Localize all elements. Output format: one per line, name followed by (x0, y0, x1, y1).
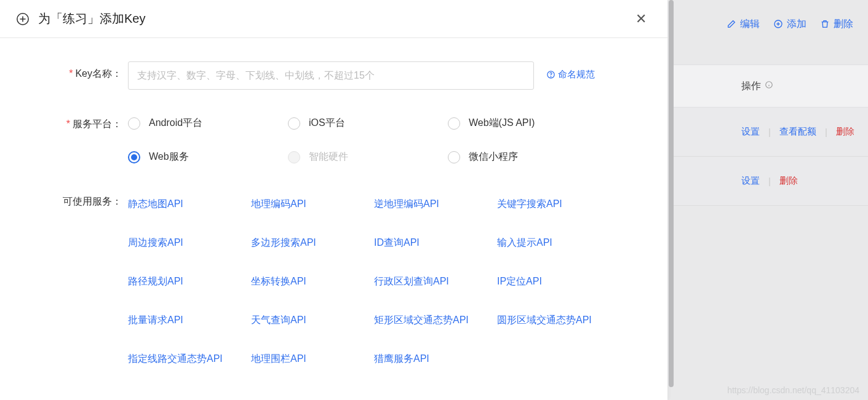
radio-label: iOS平台 (309, 117, 345, 130)
key-name-label: *Key名称： (23, 61, 128, 80)
service-link[interactable]: 周边搜索API (128, 237, 251, 249)
add-key-modal: 为「练习」添加Key ✕ *Key名称： 命名规范 *服务平台： Android… (0, 0, 667, 400)
service-link[interactable]: 矩形区域交通态势API (374, 314, 497, 327)
modal-title: 为「练习」添加Key (38, 10, 145, 27)
row-link-delete[interactable]: 删除 (836, 126, 854, 138)
radio-label: Android平台 (149, 117, 202, 130)
radio-icon (288, 151, 300, 163)
service-link[interactable]: 关键字搜索API (497, 198, 620, 211)
bg-add-button[interactable]: 添加 (773, 18, 806, 31)
service-link[interactable]: 圆形区域交通态势API (497, 314, 620, 327)
modal-header: 为「练习」添加Key ✕ (0, 0, 667, 38)
question-circle-icon (546, 70, 555, 79)
modal-body: *Key名称： 命名规范 *服务平台： Android平台iOS平台Web端(J… (0, 38, 667, 384)
radio-icon (448, 117, 460, 130)
service-link[interactable]: 坐标转换API (251, 275, 374, 288)
service-link[interactable]: 行政区划查询API (374, 275, 497, 288)
radio-icon (128, 151, 140, 163)
service-link[interactable]: 多边形搜索API (251, 237, 374, 249)
plus-circle-icon (773, 19, 783, 29)
table-row: 设置 | 查看配额 | 删除 (671, 108, 868, 157)
radio-label: 微信小程序 (469, 151, 518, 163)
service-link[interactable]: ID查询API (374, 237, 497, 249)
info-icon (765, 80, 773, 92)
svg-point-4 (551, 76, 551, 77)
key-name-input[interactable] (128, 61, 534, 90)
bg-edit-button[interactable]: 编辑 (727, 18, 760, 31)
service-link[interactable]: 静态地图API (128, 198, 251, 211)
field-services: 可使用服务： 静态地图API地理编码API逆地理编码API关键字搜索API周边搜… (23, 192, 644, 366)
table-row: 设置 | 删除 (671, 157, 868, 206)
service-link[interactable]: 逆地理编码API (374, 198, 497, 211)
scrollbar[interactable] (669, 0, 674, 387)
service-link[interactable]: 批量请求API (128, 314, 251, 327)
edit-icon (727, 19, 736, 29)
service-link[interactable]: 地理围栏API (251, 353, 374, 366)
platform-radio[interactable]: Web服务 (128, 151, 288, 163)
naming-guide-link[interactable]: 命名规范 (546, 61, 595, 80)
field-key-name: *Key名称： 命名规范 (23, 61, 644, 90)
service-link[interactable]: 输入提示API (497, 237, 620, 249)
row-link-delete[interactable]: 删除 (779, 175, 798, 187)
row-link-settings[interactable]: 设置 (741, 126, 760, 138)
radio-icon (288, 117, 300, 130)
service-link[interactable]: IP定位API (497, 275, 620, 288)
bg-table-header: 操作 (671, 65, 868, 108)
radio-label: Web端(JS API) (469, 117, 535, 130)
row-link-quota[interactable]: 查看配额 (779, 126, 816, 138)
service-link[interactable]: 指定线路交通态势API (128, 353, 251, 366)
platform-radio: 智能硬件 (288, 151, 448, 163)
radio-icon (448, 151, 460, 163)
radio-label: 智能硬件 (309, 151, 348, 163)
radio-icon (128, 117, 140, 130)
platform-label: *服务平台： (23, 112, 128, 131)
service-link[interactable]: 天气查询API (251, 314, 374, 327)
platform-radio[interactable]: Web端(JS API) (448, 117, 608, 130)
bg-topbar: 编辑 添加 删除 (727, 0, 868, 48)
service-link[interactable]: 地理编码API (251, 198, 374, 211)
plus-circle-icon (16, 12, 30, 26)
bg-delete-button[interactable]: 删除 (820, 18, 853, 31)
service-link[interactable]: 猎鹰服务API (374, 353, 497, 366)
platform-radio[interactable]: Android平台 (128, 117, 288, 130)
trash-icon (820, 19, 830, 29)
service-link[interactable]: 路径规划API (128, 275, 251, 288)
services-label: 可使用服务： (23, 192, 128, 208)
radio-label: Web服务 (149, 151, 189, 163)
platform-radio[interactable]: iOS平台 (288, 117, 448, 130)
platform-radio[interactable]: 微信小程序 (448, 151, 608, 163)
watermark: https://blog.csdn.net/qq_41103204 (727, 385, 859, 395)
field-platform: *服务平台： Android平台iOS平台Web端(JS API)Web服务智能… (23, 112, 644, 163)
close-icon[interactable]: ✕ (635, 11, 647, 27)
row-link-settings[interactable]: 设置 (741, 175, 760, 187)
